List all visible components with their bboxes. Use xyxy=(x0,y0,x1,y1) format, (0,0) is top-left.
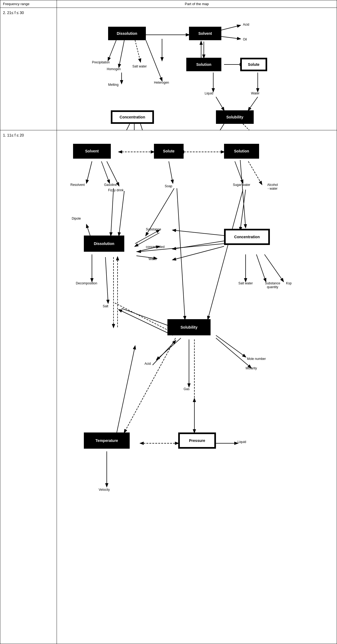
section-top: 2. 21≤ f ≤ 30 xyxy=(0,8,337,130)
svg-line-68 xyxy=(115,303,173,333)
svg-line-52 xyxy=(119,310,173,335)
node-dissolution-top: Dissolution xyxy=(108,27,146,40)
svg-line-29 xyxy=(169,161,173,183)
node-solvent-bottom: Solvent xyxy=(73,144,111,159)
node-pressure-bottom: Pressure xyxy=(178,432,216,449)
svg-line-2 xyxy=(219,36,240,39)
header-row: Frequency range Part of the map xyxy=(0,0,337,8)
svg-line-46 xyxy=(216,335,246,357)
header-map: Part of the map xyxy=(57,0,337,8)
svg-line-48 xyxy=(157,338,181,360)
svg-line-37 xyxy=(135,233,159,246)
label-soap: Soap xyxy=(165,184,172,188)
label-velocity: Velocity xyxy=(99,488,110,492)
svg-line-28 xyxy=(107,161,119,186)
label-heterogen: Heterogen xyxy=(154,81,169,84)
node-concentration-bottom: Concentration xyxy=(224,229,270,245)
svg-line-44 xyxy=(256,254,266,281)
svg-line-17 xyxy=(243,124,256,130)
label-melting: Melting xyxy=(108,83,119,87)
node-solute-bottom: Solute xyxy=(154,144,184,159)
node-temperature-bottom: Temperature xyxy=(84,432,130,449)
svg-line-34 xyxy=(105,257,108,303)
map-bottom: Solute dashed --> Solution dashed --> xyxy=(57,130,337,531)
label-substance-qty2: Substance quantity xyxy=(259,281,286,289)
svg-line-65 xyxy=(208,190,243,319)
map-top: Dissolution Solvent Acid Oil Solution So… xyxy=(57,8,337,130)
label-acid-bottom: Acid xyxy=(145,362,151,366)
svg-line-47 xyxy=(216,338,251,368)
svg-line-31 xyxy=(248,161,262,184)
label-molarity: Molarity xyxy=(246,366,257,370)
label-water-bottom: Water xyxy=(149,257,157,261)
svg-line-58 xyxy=(124,338,176,432)
svg-line-56 xyxy=(116,346,135,435)
label-sugar-water: Sugar water xyxy=(231,183,252,187)
label-homogen: Homogen xyxy=(107,67,121,71)
node-solute-top: Solute xyxy=(240,58,267,71)
svg-line-9 xyxy=(108,40,116,60)
svg-line-14 xyxy=(119,124,130,130)
node-solvent-top: Solvent xyxy=(189,27,221,40)
node-dissolution-bottom: Dissolution xyxy=(84,236,124,252)
label-acid-top: Acid xyxy=(243,23,249,26)
label-salt: Salt xyxy=(103,304,108,308)
page: Frequency range Part of the map 2. 21≤ f… xyxy=(0,0,337,644)
svg-line-35 xyxy=(122,308,173,327)
svg-line-40 xyxy=(173,230,224,236)
label-water-top: Water xyxy=(251,91,260,95)
label-liquid-top: Liquid xyxy=(205,91,213,95)
label-decomposition: Decomposition xyxy=(72,281,101,285)
label-gas-bottom: Gas xyxy=(184,387,190,391)
svg-line-36 xyxy=(135,230,159,244)
freq-label-top: 2. 21≤ f ≤ 30 xyxy=(0,8,57,130)
label-ksp: Ksp xyxy=(286,281,292,285)
header-freq: Frequency range xyxy=(0,0,57,8)
node-concentration-top: Concentration xyxy=(111,110,154,124)
label-gasoline: Gasoline xyxy=(104,183,117,187)
svg-line-18 xyxy=(216,97,224,110)
svg-line-11 xyxy=(135,40,140,62)
svg-line-61 xyxy=(119,191,124,236)
label-salt-water: Salt water xyxy=(132,64,147,68)
svg-line-15 xyxy=(140,124,147,130)
node-solubility-bottom: Solubility xyxy=(167,319,211,335)
label-resolvent: Resolvent xyxy=(70,183,85,187)
label-substance: Substance xyxy=(146,227,161,231)
node-solution-top: Solution xyxy=(186,58,221,71)
label-alcohol-water: Alcohol - water xyxy=(260,183,285,190)
svg-line-10 xyxy=(119,40,124,67)
label-mole-number: Mole number xyxy=(243,357,270,361)
svg-line-13 xyxy=(146,40,162,81)
node-solubility-top: Solubility xyxy=(216,110,254,124)
label-concentrated: concentrated xyxy=(146,245,164,249)
label-fizzy-drink: Fizzy drink xyxy=(108,188,123,192)
svg-line-69 xyxy=(153,341,176,365)
label-salt-water2: Salt water xyxy=(235,281,256,285)
node-solution-bottom: Solution xyxy=(224,144,259,159)
label-liquid-bottom: Liquid xyxy=(238,440,246,444)
freq-label-bottom: 1. 11≤ f ≤ 20 xyxy=(0,130,57,644)
svg-line-63 xyxy=(177,188,185,319)
label-dipole: Dipole xyxy=(72,217,81,220)
svg-line-26 xyxy=(87,161,92,183)
svg-line-16 xyxy=(211,124,224,130)
svg-line-45 xyxy=(264,254,283,281)
svg-line-60 xyxy=(111,188,114,236)
section-bottom: 1. 11≤ f ≤ 20 Solute dashed --> Solution… xyxy=(0,130,337,644)
label-oil-top: Oil xyxy=(243,38,247,41)
svg-line-19 xyxy=(248,97,258,110)
svg-line-1 xyxy=(219,25,240,31)
label-precipitation: Precipitation xyxy=(92,60,110,64)
